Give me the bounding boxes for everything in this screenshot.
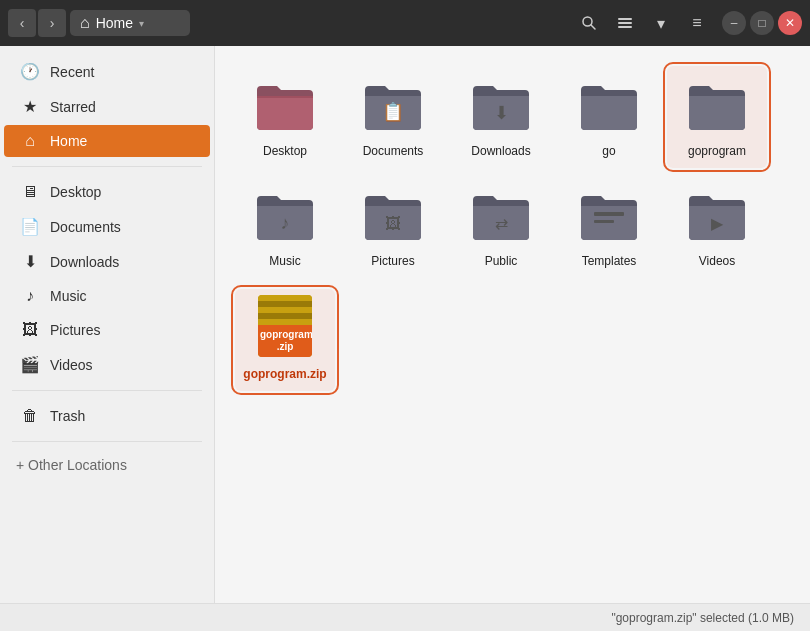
window-controls: – □ ✕ xyxy=(722,11,802,35)
folder-icon-wrapper: 🖼 xyxy=(361,184,425,248)
folder-icon-music: ♪ xyxy=(255,190,315,242)
home-sidebar-icon: ⌂ xyxy=(20,132,40,150)
file-item-desktop[interactable]: Desktop xyxy=(235,66,335,168)
sidebar-item-label: Desktop xyxy=(50,184,101,200)
other-locations-item[interactable]: + Other Locations xyxy=(0,450,214,480)
svg-rect-5 xyxy=(257,96,313,98)
downloads-icon: ⬇ xyxy=(20,252,40,271)
menu-button[interactable]: ≡ xyxy=(682,8,712,38)
search-button[interactable] xyxy=(574,8,604,38)
back-button[interactable]: ‹ xyxy=(8,9,36,37)
status-text: "goprogram.zip" selected (1.0 MB) xyxy=(611,611,794,625)
zip-file-icon: goprogram.zip xyxy=(255,295,315,363)
file-item-pictures[interactable]: 🖼 Pictures xyxy=(343,176,443,278)
pictures-icon: 🖼 xyxy=(20,321,40,339)
close-button[interactable]: ✕ xyxy=(778,11,802,35)
svg-rect-11 xyxy=(594,212,624,216)
sidebar-item-videos[interactable]: 🎬 Videos xyxy=(4,348,210,381)
file-item-name: Videos xyxy=(699,254,735,270)
folder-icon-goprogram xyxy=(687,80,747,132)
sidebar-item-music[interactable]: ♪ Music xyxy=(4,280,210,312)
svg-line-1 xyxy=(591,25,595,29)
minimize-button[interactable]: – xyxy=(722,11,746,35)
folder-icon-videos: ▶ xyxy=(687,190,747,242)
music-icon: ♪ xyxy=(20,287,40,305)
nav-buttons: ‹ › xyxy=(8,9,66,37)
sidebar-item-pictures[interactable]: 🖼 Pictures xyxy=(4,314,210,346)
file-item-name: Templates xyxy=(582,254,637,270)
svg-text:🖼: 🖼 xyxy=(385,215,401,232)
desktop-icon: 🖥 xyxy=(20,183,40,201)
other-locations-label: + Other Locations xyxy=(16,457,127,473)
file-item-goprogram[interactable]: goprogram xyxy=(667,66,767,168)
search-icon xyxy=(581,15,597,31)
sidebar-item-label: Home xyxy=(50,133,87,149)
dropdown-arrow-icon: ▾ xyxy=(139,18,144,29)
folder-icon-downloads: ⬇ xyxy=(471,80,531,132)
sidebar-item-downloads[interactable]: ⬇ Downloads xyxy=(4,245,210,278)
file-item-name: Pictures xyxy=(371,254,414,270)
folder-icon-wrapper: 📋 xyxy=(361,74,425,138)
sidebar-item-home[interactable]: ⌂ Home xyxy=(4,125,210,157)
svg-text:♪: ♪ xyxy=(281,213,290,233)
sidebar-item-desktop[interactable]: 🖥 Desktop xyxy=(4,176,210,208)
sidebar-item-label: Documents xyxy=(50,219,121,235)
svg-rect-4 xyxy=(618,26,632,28)
sidebar-item-label: Starred xyxy=(50,99,96,115)
folder-icon-wrapper: ⬇ xyxy=(469,74,533,138)
maximize-button[interactable]: □ xyxy=(750,11,774,35)
file-item-name: Documents xyxy=(363,144,424,160)
sidebar-item-label: Recent xyxy=(50,64,94,80)
file-grid: Desktop 📋 Documents xyxy=(235,66,790,391)
file-item-goprogram-zip[interactable]: goprogram.zip goprogram.zip xyxy=(235,289,335,391)
svg-rect-3 xyxy=(618,22,632,24)
file-item-name: goprogram xyxy=(688,144,746,160)
folder-icon-wrapper xyxy=(577,74,641,138)
folder-icon-wrapper xyxy=(577,184,641,248)
view-toggle-button[interactable] xyxy=(610,8,640,38)
folder-icon-wrapper xyxy=(685,74,749,138)
sidebar-item-label: Trash xyxy=(50,408,85,424)
videos-icon: 🎬 xyxy=(20,355,40,374)
folder-icon-public: ⇄ xyxy=(471,190,531,242)
sidebar-item-starred[interactable]: ★ Starred xyxy=(4,90,210,123)
trash-icon: 🗑 xyxy=(20,407,40,425)
sidebar-item-label: Downloads xyxy=(50,254,119,270)
starred-icon: ★ xyxy=(20,97,40,116)
svg-text:⇄: ⇄ xyxy=(495,215,508,232)
file-item-name: Music xyxy=(269,254,300,270)
file-item-name: go xyxy=(602,144,615,160)
file-item-name: Downloads xyxy=(471,144,530,160)
forward-button[interactable]: › xyxy=(38,9,66,37)
file-area: Desktop 📋 Documents xyxy=(215,46,810,603)
file-item-documents[interactable]: 📋 Documents xyxy=(343,66,443,168)
svg-text:📋: 📋 xyxy=(382,101,405,123)
folder-icon-pictures: 🖼 xyxy=(363,190,423,242)
file-item-music[interactable]: ♪ Music xyxy=(235,176,335,278)
location-bar[interactable]: ⌂ Home ▾ xyxy=(70,10,190,36)
file-item-name: Desktop xyxy=(263,144,307,160)
svg-rect-2 xyxy=(618,18,632,20)
svg-rect-12 xyxy=(594,220,614,223)
sidebar-divider-2 xyxy=(12,390,202,391)
sidebar-item-trash[interactable]: 🗑 Trash xyxy=(4,400,210,432)
recent-icon: 🕐 xyxy=(20,62,40,81)
titlebar: ‹ › ⌂ Home ▾ ▾ ≡ – □ ✕ xyxy=(0,0,810,46)
sidebar-item-documents[interactable]: 📄 Documents xyxy=(4,210,210,243)
folder-icon-templates xyxy=(579,190,639,242)
sort-button[interactable]: ▾ xyxy=(646,8,676,38)
file-item-public[interactable]: ⇄ Public xyxy=(451,176,551,278)
file-item-go[interactable]: go xyxy=(559,66,659,168)
file-item-name: Public xyxy=(485,254,518,270)
location-label: Home xyxy=(96,15,133,31)
svg-text:⬇: ⬇ xyxy=(494,103,509,123)
sidebar-item-recent[interactable]: 🕐 Recent xyxy=(4,55,210,88)
folder-icon-wrapper xyxy=(253,74,317,138)
documents-icon: 📄 xyxy=(20,217,40,236)
zip-icon-wrapper: goprogram.zip xyxy=(253,297,317,361)
main-container: 🕐 Recent ★ Starred ⌂ Home 🖥 Desktop 📄 Do… xyxy=(0,46,810,603)
file-item-downloads[interactable]: ⬇ Downloads xyxy=(451,66,551,168)
file-item-videos[interactable]: ▶ Videos xyxy=(667,176,767,278)
file-item-templates[interactable]: Templates xyxy=(559,176,659,278)
svg-text:▶: ▶ xyxy=(711,215,724,232)
